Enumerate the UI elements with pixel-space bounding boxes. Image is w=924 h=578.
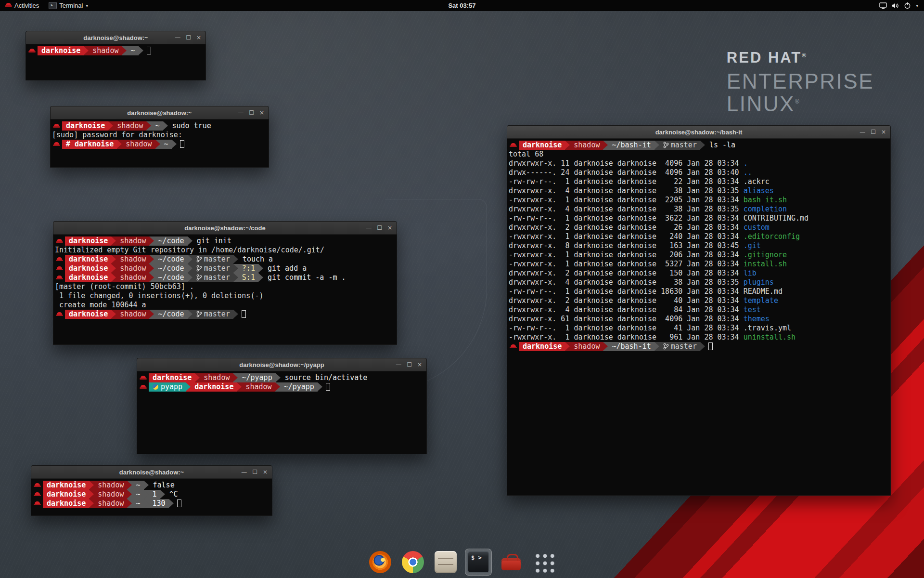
window-titlebar[interactable]: darknoise@shadow:~—☐× [26, 31, 205, 44]
minimize-button[interactable]: — [860, 126, 865, 138]
terminal-content[interactable]: darknoiseshadow~ sudo true[sudo] passwor… [51, 119, 269, 149]
powerline-arrow-icon [146, 121, 151, 131]
powerline-arrow-icon [258, 273, 263, 282]
system-status-area[interactable]: ▾ [873, 0, 924, 11]
powerline-arrow-icon [603, 342, 608, 351]
prompt-segment-user: darknoise [65, 255, 111, 264]
window-title: darknoise@shadow:~ [31, 469, 272, 476]
close-button[interactable]: × [387, 222, 392, 234]
app-grid-glyph [533, 551, 555, 573]
prompt-segment-path: ~/pyapp [280, 382, 318, 392]
firefox-icon[interactable] [367, 549, 394, 576]
maximize-button[interactable]: ☐ [871, 126, 876, 138]
directory-name: plugins [744, 278, 774, 287]
maximize-button[interactable]: ☐ [377, 222, 382, 234]
prompt-segment-user: darknoise [519, 342, 565, 351]
minimize-button[interactable]: — [241, 466, 247, 478]
terminal-line: [master (root-commit) 50bcb63] . [55, 282, 396, 291]
terminal-line: darknoiseshadow~ sudo true [52, 121, 268, 131]
redhat-prompt-icon [56, 264, 63, 273]
window-titlebar[interactable]: darknoise@shadow:~—☐× [51, 106, 269, 119]
terminal-line: # darknoiseshadow~ [52, 140, 268, 149]
activities-button[interactable]: Activities [0, 0, 44, 11]
chrome-icon[interactable] [399, 549, 426, 576]
powerline-arrow-icon [111, 255, 116, 264]
powerline-arrow-icon [144, 499, 149, 508]
files-icon[interactable] [432, 549, 459, 576]
maximize-button[interactable]: ☐ [252, 466, 257, 478]
prompt-segment-host: shadow [570, 141, 603, 150]
terminal-window-home-1[interactable]: darknoise@shadow:~—☐×darknoiseshadow~ [26, 31, 206, 80]
prompt-segment-git: master [192, 255, 233, 264]
terminal-window-pyapp[interactable]: darknoise@shadow:~/pyapp—☐×darknoiseshad… [137, 358, 427, 454]
window-title: darknoise@shadow:~/code [53, 224, 397, 232]
prompt-segment-user: darknoise [65, 264, 111, 273]
directory-name: lib [744, 269, 757, 278]
close-button[interactable]: × [263, 466, 268, 478]
maximize-button[interactable]: ☐ [249, 106, 254, 119]
power-icon [904, 2, 911, 9]
terminal-content[interactable]: darknoiseshadow~ falsedarknoiseshadow~1 … [31, 479, 272, 508]
redhat-prompt-icon [34, 490, 41, 499]
powerline-arrow-icon [149, 255, 154, 264]
output-text: -rwxrwxr-x. 1 darknoise darknoise 206 Ja… [509, 250, 744, 260]
maximize-button[interactable]: ☐ [186, 31, 191, 44]
chrome-glyph [402, 551, 424, 573]
git-branch-icon [196, 311, 202, 317]
terminal-icon[interactable]: $ > [465, 549, 492, 576]
close-button[interactable]: × [417, 358, 422, 371]
terminal-window-home-3[interactable]: darknoise@shadow:~—☐×darknoiseshadow~ fa… [31, 465, 272, 516]
powerline-arrow-icon [603, 141, 608, 150]
prompt-segment-git: master [659, 342, 700, 351]
minimize-button[interactable]: — [366, 222, 372, 234]
powerline-arrow-icon [111, 264, 116, 273]
directory-name: aliases [744, 186, 774, 196]
maximize-button[interactable]: ☐ [407, 358, 412, 371]
powerline-arrow-icon [139, 46, 143, 55]
clock[interactable]: Sat 03:57 [0, 2, 924, 9]
minimize-button[interactable]: — [396, 358, 401, 371]
powerline-arrow-icon [117, 140, 122, 149]
close-button[interactable]: × [881, 126, 886, 138]
terminal-window-code[interactable]: darknoise@shadow:~/code—☐×darknoiseshado… [53, 221, 397, 345]
terminal-content[interactable]: darknoiseshadow~/pyapp source bin/activa… [137, 371, 426, 392]
powerline-arrow-icon [149, 236, 154, 246]
powerline-arrow-icon [565, 141, 570, 150]
prompt-segment-venv: pyapp [149, 382, 186, 392]
window-titlebar[interactable]: darknoise@shadow:~/pyapp—☐× [137, 358, 426, 371]
close-button[interactable]: × [259, 106, 264, 119]
terminal-line: drwxrwxr-x. 4 darknoise darknoise 84 Jan… [509, 305, 889, 315]
window-titlebar[interactable]: darknoise@shadow:~—☐× [31, 466, 272, 479]
terminal-line: -rw-rw-r--. 1 darknoise darknoise 3622 J… [509, 214, 889, 223]
output-text: CONTRIBUTING.md [744, 214, 808, 223]
toolbox-icon[interactable] [498, 549, 525, 576]
window-titlebar[interactable]: darknoise@shadow:~/code—☐× [53, 222, 397, 235]
minimize-button[interactable]: — [175, 31, 180, 44]
powerline-arrow-icon [108, 121, 113, 131]
window-titlebar[interactable]: darknoise@shadow:~/bash-it—☐× [507, 126, 890, 139]
redhat-prompt-icon [510, 141, 517, 150]
prompt-segment-user: darknoise [43, 490, 89, 499]
powerline-arrow-icon [233, 255, 238, 264]
powerline-arrow-icon [89, 490, 94, 499]
terminal-content[interactable]: darknoiseshadow~/code git initInitialize… [53, 235, 397, 319]
terminal-line: darknoiseshadow~/codemaster?:1 git add a [55, 264, 396, 273]
app-grid-icon[interactable] [530, 549, 557, 576]
terminal-line: -rwxrwxr-x. 1 darknoise darknoise 240 Ja… [509, 232, 889, 241]
terminal-content[interactable]: darknoiseshadow~/bash-itmaster ls -latot… [507, 139, 890, 351]
redhat-prompt-icon [140, 382, 147, 392]
terminal-cursor [177, 499, 181, 507]
powerline-arrow-icon [186, 382, 191, 392]
terminal-window-home-2[interactable]: darknoise@shadow:~—☐×darknoiseshadow~ su… [50, 106, 269, 168]
dock: $ > [367, 549, 557, 576]
prompt-segment-status: S:1 [238, 273, 258, 282]
terminal-window-bash-it[interactable]: darknoise@shadow:~/bash-it—☐×darknoisesh… [507, 125, 891, 496]
output-text: README.md [744, 287, 783, 296]
app-menu-terminal[interactable]: >_ Terminal ▾ [44, 0, 93, 11]
terminal-content[interactable]: darknoiseshadow~ [26, 44, 205, 55]
prompt-segment-path: ~/code [154, 255, 187, 264]
minimize-button[interactable]: — [238, 106, 244, 119]
close-button[interactable]: × [196, 31, 201, 44]
directory-name: .. [744, 168, 752, 177]
terminal-line: darknoiseshadow~130 [33, 499, 271, 508]
